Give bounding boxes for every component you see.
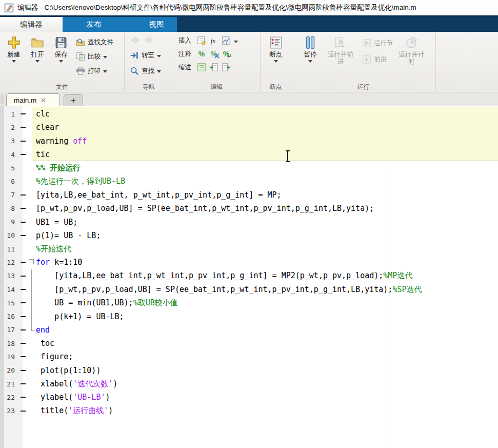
- code-line[interactable]: 22 ylabel('UB-LB'): [0, 391, 498, 404]
- code-text[interactable]: [yita,LB,ee_bat_int,p_wt_int,p_pv_int,p_…: [36, 271, 498, 281]
- forward-icon[interactable]: [144, 35, 154, 45]
- dropdown-arrow-icon[interactable]: [234, 41, 238, 43]
- breakpoint-dash-cell[interactable]: [18, 208, 28, 209]
- breakpoint-dash-cell[interactable]: [18, 113, 28, 114]
- open-button[interactable]: 打开: [26, 34, 49, 83]
- code-line[interactable]: 13 [yita,LB,ee_bat_int,p_wt_int,p_pv_int…: [0, 269, 498, 283]
- breakpoint-dash-cell[interactable]: [18, 316, 28, 317]
- smart-indent-icon[interactable]: [197, 63, 206, 72]
- code-line[interactable]: 23 title('运行曲线'): [0, 404, 498, 418]
- fold-gutter[interactable]: [28, 256, 36, 269]
- breakpoint-dash-cell[interactable]: [18, 356, 28, 357]
- code-line[interactable]: 8[p_wt,p_pv,p_load,UB] = SP(ee_bat_int,p…: [0, 202, 498, 215]
- ribbon-tab-publish[interactable]: 发布: [63, 17, 125, 32]
- breakpoint-dash-cell[interactable]: [18, 154, 28, 155]
- code-text[interactable]: title('运行曲线'): [36, 406, 498, 416]
- code-line[interactable]: 1clc: [0, 107, 498, 121]
- code-text[interactable]: for k=1:10: [36, 258, 498, 267]
- indent-right-icon[interactable]: [209, 63, 218, 72]
- code-text[interactable]: p(1)= UB - LB;: [36, 231, 498, 240]
- code-line[interactable]: 20 plot(p(1:10)): [0, 364, 498, 377]
- insert-function-icon[interactable]: fx: [209, 36, 218, 45]
- code-line[interactable]: 21 xlabel('迭代次数'): [0, 377, 498, 391]
- breakpoint-dash-cell[interactable]: [18, 411, 28, 412]
- pause-button[interactable]: 暂停: [298, 34, 322, 83]
- breakpoint-dash-cell[interactable]: [18, 141, 28, 142]
- ribbon-tab-editor[interactable]: 编辑器: [0, 17, 63, 32]
- tab-main-m[interactable]: main.m: [6, 93, 60, 106]
- code-text[interactable]: %先运行一次，得到UB-LB: [36, 177, 498, 186]
- breakpoint-dash-cell[interactable]: [18, 383, 28, 384]
- code-line[interactable]: 4tic: [0, 148, 498, 161]
- wrap-comments-icon[interactable]: %: [222, 49, 231, 59]
- breakpoint-dash-cell[interactable]: [18, 194, 28, 196]
- code-text[interactable]: warning off: [36, 137, 498, 146]
- run-advance-button[interactable]: 运行并前进: [327, 34, 354, 83]
- breakpoint-dash-cell[interactable]: [18, 222, 28, 223]
- breakpoint-dash-cell[interactable]: [18, 343, 28, 344]
- code-text[interactable]: ylabel('UB-LB'): [36, 393, 498, 402]
- code-line[interactable]: 11%开始迭代: [0, 242, 498, 256]
- code-text[interactable]: [p_wt,p_pv,p_load,UB] = SP(ee_bat_int,p_…: [36, 285, 498, 295]
- code-line[interactable]: 18 toc: [0, 337, 498, 350]
- code-text[interactable]: xlabel('迭代次数'): [36, 379, 498, 389]
- code-line[interactable]: 2clear: [0, 121, 498, 134]
- breakpoint-dash-cell[interactable]: [18, 235, 28, 236]
- run-section-button[interactable]: 运行节: [362, 38, 393, 48]
- compare-button[interactable]: 比较: [76, 51, 113, 62]
- insert-section-icon[interactable]: [197, 36, 206, 45]
- code-text[interactable]: UB = min(UB1,UB);%取UB较小值: [36, 298, 498, 308]
- breakpoint-dash-cell[interactable]: [18, 127, 28, 128]
- code-line[interactable]: 9UB1 = UB;: [0, 215, 498, 228]
- uncomment-icon[interactable]: %: [209, 49, 218, 59]
- breakpoint-dash-cell[interactable]: [18, 262, 28, 263]
- code-line[interactable]: 15 UB = min(UB1,UB);%取UB较小值: [0, 296, 498, 309]
- find-button[interactable]: 查找: [130, 66, 171, 76]
- save-button[interactable]: 保存: [49, 34, 73, 83]
- code-text[interactable]: toc: [36, 339, 498, 348]
- print-button[interactable]: 打印: [76, 66, 113, 76]
- fold-collapse-icon[interactable]: [29, 259, 34, 264]
- code-line[interactable]: 19 figure;: [0, 350, 498, 363]
- code-text[interactable]: tic: [36, 150, 498, 159]
- code-text[interactable]: figure;: [36, 352, 498, 361]
- code-line[interactable]: 17end: [0, 323, 498, 337]
- code-line[interactable]: 5%% 开始运行: [0, 161, 498, 174]
- breakpoint-dash-cell[interactable]: [18, 329, 28, 330]
- code-editor[interactable]: 1clc2clear3warning off4tic5%% 开始运行6%先运行一…: [0, 106, 498, 448]
- new-tab-button[interactable]: +: [64, 94, 83, 106]
- goto-button[interactable]: 转至: [130, 50, 171, 61]
- code-text[interactable]: [yita,LB,ee_bat_int, p_wt_int,p_pv_int,p…: [36, 190, 498, 200]
- code-text[interactable]: plot(p(1:10)): [36, 366, 498, 375]
- code-line[interactable]: 12for k=1:10: [0, 256, 498, 269]
- code-text[interactable]: p(k+1) = UB-LB;: [36, 312, 498, 321]
- back-icon[interactable]: [130, 35, 140, 45]
- breakpoint-dash-cell[interactable]: [18, 370, 28, 371]
- code-text[interactable]: end: [36, 325, 498, 335]
- comment-icon[interactable]: %: [197, 49, 206, 59]
- breakpoint-dash-cell[interactable]: [18, 302, 28, 303]
- find-files-button[interactable]: 查找文件: [76, 37, 113, 47]
- code-text[interactable]: %开始迭代: [36, 244, 498, 254]
- indent-left-icon[interactable]: [222, 63, 231, 72]
- breakpoint-dash-cell[interactable]: [18, 289, 28, 290]
- code-line[interactable]: 3warning off: [0, 134, 498, 148]
- insert-chart-icon[interactable]: f: [222, 36, 231, 45]
- close-icon[interactable]: [41, 98, 46, 103]
- code-text[interactable]: [p_wt,p_pv,p_load,UB] = SP(ee_bat_int,p_…: [36, 204, 498, 213]
- breakpoints-button[interactable]: 断点: [264, 34, 288, 83]
- code-line[interactable]: 16 p(k+1) = UB-LB;: [0, 309, 498, 323]
- new-button[interactable]: 新建: [2, 34, 26, 83]
- code-line[interactable]: 6%先运行一次，得到UB-LB: [0, 174, 498, 188]
- code-text[interactable]: clear: [36, 123, 498, 132]
- code-line[interactable]: 10p(1)= UB - LB;: [0, 229, 498, 242]
- code-line[interactable]: 7[yita,LB,ee_bat_int, p_wt_int,p_pv_int,…: [0, 188, 498, 202]
- ribbon-tab-view[interactable]: 视图: [125, 17, 188, 32]
- breakpoint-dash-cell[interactable]: [18, 397, 28, 398]
- breakpoint-dash-cell[interactable]: [18, 276, 28, 277]
- code-text[interactable]: %% 开始运行: [36, 163, 498, 173]
- code-text[interactable]: clc: [36, 109, 498, 119]
- advance-button[interactable]: 前进: [362, 54, 393, 65]
- code-line[interactable]: 14 [p_wt,p_pv,p_load,UB] = SP(ee_bat_int…: [0, 283, 498, 296]
- tabbar-grip-handle[interactable]: [1, 94, 4, 104]
